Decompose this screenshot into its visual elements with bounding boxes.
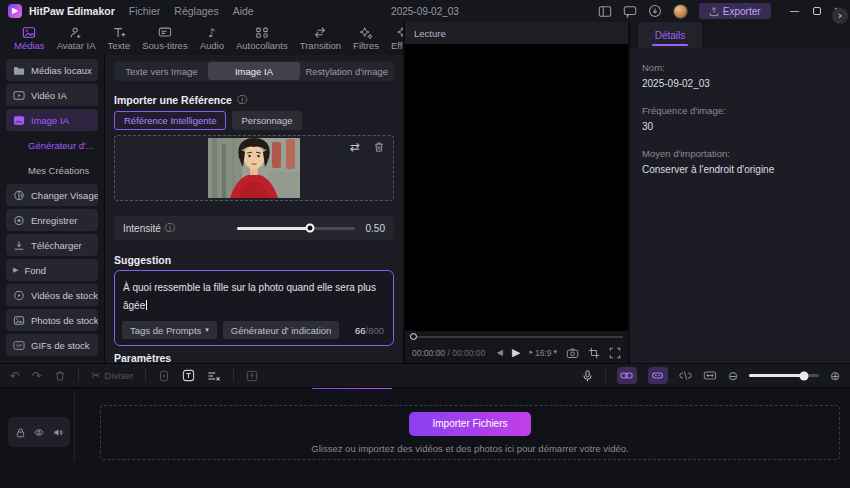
track-controls bbox=[8, 417, 70, 447]
ribbon-scroll-right-button[interactable]: › bbox=[832, 8, 848, 24]
app-logo-icon: ▶ bbox=[8, 4, 22, 18]
media-dropzone[interactable]: Importer Fichiers Glissez ou importez de… bbox=[100, 405, 840, 460]
link-clips-toggle[interactable] bbox=[617, 367, 637, 384]
voiceover-mic-button[interactable] bbox=[581, 369, 594, 383]
split-button[interactable]: ✂ Diviser bbox=[91, 370, 133, 381]
menu-fichier[interactable]: Fichier bbox=[129, 5, 161, 17]
minimize-button[interactable]: — bbox=[790, 6, 800, 16]
export-label: Exporter bbox=[723, 6, 761, 17]
tab-reference-intelligente[interactable]: Référence Intelligente bbox=[114, 111, 226, 130]
seek-bar[interactable] bbox=[405, 331, 628, 342]
mute-track-icon[interactable] bbox=[52, 427, 64, 438]
intensity-info-icon[interactable]: ⓘ bbox=[165, 223, 175, 233]
sidebar-item-changer-visages[interactable]: Changer Visages bbox=[6, 184, 98, 206]
tab-personnage[interactable]: Personnage bbox=[232, 111, 301, 130]
ribbon-tab-bar: Médias Avatar IA Texte Sous-titres ♪ Aud… bbox=[0, 22, 403, 55]
sidebar-item-photos-de-stock[interactable]: Photos de stock bbox=[6, 309, 98, 331]
timeline-zoom-slider[interactable] bbox=[749, 371, 819, 381]
reference-tabs: Référence Intelligente Personnage bbox=[114, 111, 394, 130]
expand-triangle-icon: ▶ bbox=[13, 267, 18, 274]
tab-restylation-image[interactable]: Restylation d'image bbox=[300, 62, 393, 80]
generateur-indication-button[interactable]: Générateur d' indication bbox=[223, 321, 340, 339]
play-button[interactable]: ▶ bbox=[512, 347, 520, 358]
video-preview-area[interactable] bbox=[405, 44, 628, 331]
tags-de-prompts-button[interactable]: Tags de Prompts ▾ bbox=[122, 321, 217, 339]
timeline-toolbar: ↶ ↷ ✂ Diviser bbox=[0, 363, 850, 388]
marker-button[interactable] bbox=[158, 370, 170, 382]
magnet-snap-toggle[interactable] bbox=[648, 367, 668, 384]
sidebar-subitem-mes-creations[interactable]: Mes Créations bbox=[6, 159, 98, 181]
zoom-slider-handle[interactable] bbox=[799, 371, 808, 380]
menu-aide[interactable]: Aide bbox=[233, 5, 254, 17]
intensity-slider-handle[interactable] bbox=[306, 224, 315, 233]
undo-button[interactable]: ↶ bbox=[10, 370, 20, 382]
timeline-area: Importer Fichiers Glissez ou importez de… bbox=[0, 389, 850, 488]
zoom-out-button[interactable]: ⊖ bbox=[728, 370, 738, 382]
user-avatar[interactable] bbox=[673, 4, 688, 19]
field-moyen-importation: Moyen d'importation: Conserver à l'endro… bbox=[642, 148, 838, 175]
tab-autocollants[interactable]: Autocollants bbox=[230, 22, 294, 55]
preview-panel: Lecture 00:00:00 / 00:00:00 ◀ ▶ ▸ 16:9 ▾ bbox=[405, 22, 628, 363]
sidebar-item-medias-locaux[interactable]: Médias locaux bbox=[6, 59, 98, 81]
audio-note-icon: ♪ bbox=[208, 27, 216, 39]
add-text-button[interactable] bbox=[182, 369, 195, 382]
download-center-icon[interactable] bbox=[648, 4, 662, 18]
eye-track-icon[interactable] bbox=[33, 427, 45, 438]
layout-icon[interactable] bbox=[598, 5, 612, 18]
intensity-slider[interactable] bbox=[237, 223, 355, 233]
fit-timeline-button[interactable] bbox=[703, 370, 717, 381]
clear-subtitles-button[interactable] bbox=[207, 370, 221, 382]
toolbar-separator bbox=[145, 369, 146, 382]
zoom-in-button[interactable]: ⊕ bbox=[830, 370, 840, 382]
info-icon[interactable]: ⓘ bbox=[237, 95, 247, 105]
sidebar-item-videos-de-stock[interactable]: Vidéos de stock bbox=[6, 284, 98, 306]
suggestion-text: À quoi ressemble la fille sur la photo q… bbox=[123, 282, 376, 311]
delete-image-icon[interactable] bbox=[373, 141, 385, 153]
tab-details[interactable]: Détails bbox=[638, 22, 702, 48]
import-files-button[interactable]: Importer Fichiers bbox=[409, 412, 531, 436]
delete-button[interactable] bbox=[54, 370, 66, 382]
sidebar-subitem-generateur[interactable]: Générateur d'... bbox=[6, 134, 98, 156]
reference-image-dropzone[interactable]: ⇄ bbox=[114, 135, 394, 201]
ratio-caret-icon: ▾ bbox=[553, 349, 557, 356]
tab-sous-titres[interactable]: Sous-titres bbox=[136, 22, 193, 55]
sidebar-item-enregistrer[interactable]: Enregistrer bbox=[6, 209, 98, 231]
sidebar-item-gifs-de-stock[interactable]: GIF GIFs de stock bbox=[6, 334, 98, 356]
lock-track-icon[interactable] bbox=[15, 427, 26, 438]
fullscreen-icon[interactable] bbox=[609, 347, 621, 359]
tab-audio[interactable]: ♪ Audio bbox=[194, 22, 230, 55]
tab-image-ia[interactable]: Image IA bbox=[208, 62, 301, 80]
sidebar-item-telecharger[interactable]: Télécharger bbox=[6, 234, 98, 256]
tab-texte-vers-image[interactable]: Texte vers Image bbox=[115, 62, 208, 80]
tab-filtres[interactable]: Filtres bbox=[347, 22, 385, 55]
details-header: Détails bbox=[630, 22, 850, 48]
snapshot-icon[interactable] bbox=[566, 347, 579, 359]
feedback-icon[interactable] bbox=[623, 5, 637, 18]
video-ai-icon bbox=[13, 90, 25, 101]
export-button[interactable]: Exporter bbox=[699, 3, 771, 19]
left-sidebar: Médias locaux Vidéo IA Image IA Générate… bbox=[0, 55, 104, 363]
sidebar-item-fond[interactable]: ▶ Fond bbox=[6, 259, 98, 281]
menu-reglages[interactable]: Réglages bbox=[174, 5, 218, 17]
aspect-ratio-select[interactable]: ▸ 16:9 ▾ bbox=[529, 348, 557, 358]
tab-effets[interactable]: Effets bbox=[385, 22, 403, 55]
crop-icon[interactable] bbox=[588, 347, 600, 359]
sidebar-item-image-ia[interactable]: Image IA bbox=[6, 109, 98, 131]
previous-frame-button[interactable]: ◀ bbox=[497, 349, 503, 357]
tab-avatar-ia[interactable]: Avatar IA bbox=[51, 22, 102, 55]
swap-image-icon[interactable]: ⇄ bbox=[350, 141, 360, 153]
unlink-clips-button[interactable] bbox=[679, 370, 692, 381]
seek-handle[interactable] bbox=[410, 333, 417, 340]
redo-button[interactable]: ↷ bbox=[32, 370, 42, 382]
maximize-button[interactable] bbox=[813, 7, 821, 15]
tab-medias[interactable]: Médias bbox=[8, 22, 51, 55]
text-caret bbox=[146, 300, 147, 310]
details-panel: Détails Nom: 2025-09-02_03 Fréquence d'i… bbox=[630, 22, 850, 363]
ratio-marker-icon: ▸ bbox=[529, 349, 533, 356]
stock-photo-icon bbox=[13, 315, 25, 326]
sidebar-item-video-ia[interactable]: Vidéo IA bbox=[6, 84, 98, 106]
tab-transition[interactable]: Transition bbox=[294, 22, 347, 55]
export-clip-button[interactable] bbox=[246, 370, 258, 382]
tab-texte[interactable]: Texte bbox=[102, 22, 137, 55]
suggestion-textarea[interactable]: À quoi ressemble la fille sur la photo q… bbox=[114, 270, 394, 346]
